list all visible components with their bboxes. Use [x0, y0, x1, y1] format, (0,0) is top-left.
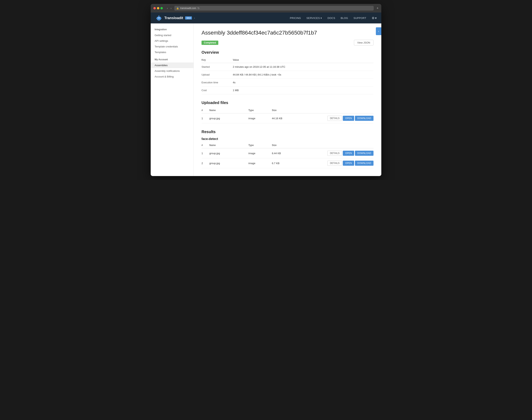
nav-blog[interactable]: BLOG — [341, 16, 348, 19]
nav-pricing[interactable]: PRICING — [290, 16, 301, 19]
overview-value-execution: 4s — [233, 79, 373, 87]
sidebar-item-template-credentials[interactable]: Template credentials — [151, 44, 193, 49]
logo-text: Transloadit — [164, 16, 183, 20]
sidebar-item-account-billing[interactable]: Account & Billing — [151, 74, 193, 79]
overview-key-cost: Cost — [202, 87, 233, 94]
results-col-actions — [295, 143, 373, 148]
result-size-1: 8.44 KB — [272, 148, 295, 158]
result-name-2: group.jpg — [209, 158, 248, 168]
result-row-2: 2 group.jpg image 6.7 KB DETAILS OPEN DO… — [202, 158, 373, 168]
overview-col-value: Value — [233, 57, 373, 63]
results-table: # Name Type Size 1 group.jpg im — [202, 143, 373, 168]
result-type-2: image — [248, 158, 272, 168]
results-col-num: # — [202, 143, 209, 148]
settings-menu[interactable]: ⚙ ▾ — [372, 16, 377, 20]
result-details-button-2[interactable]: DETAILS — [327, 161, 342, 166]
view-json-button[interactable]: View JSON — [354, 40, 373, 45]
browser-toolbar: ‹ › 🔒 transloadit.com ↻ + — [151, 4, 381, 13]
svg-rect-6 — [161, 18, 161, 19]
refresh-button[interactable]: ↻ — [197, 7, 200, 10]
files-col-type: Type — [248, 108, 272, 113]
overview-value-started: 2 minutes ago on 2019-12-05 at 11:16:38 … — [233, 63, 373, 71]
logo-area: Transloadit 10.0 › — [155, 15, 195, 21]
uploaded-file-open-button-1[interactable]: OPEN — [343, 116, 354, 121]
overview-row-cost: Cost 1 MB — [202, 87, 373, 94]
svg-rect-7 — [158, 20, 159, 21]
overview-row-execution: Execution time 4s — [202, 79, 373, 87]
result-size-2: 6.7 KB — [272, 158, 295, 168]
sidebar-item-getting-started[interactable]: Getting started — [151, 32, 193, 38]
result-download-button-2[interactable]: DOWNLOAD — [355, 161, 373, 166]
svg-rect-8 — [159, 20, 160, 21]
nav-support[interactable]: SUPPORT — [354, 16, 366, 19]
result-actions-2: DETAILS OPEN DOWNLOAD — [295, 158, 373, 168]
result-action-group-1: DETAILS OPEN DOWNLOAD — [295, 151, 373, 156]
files-col-actions — [295, 108, 373, 113]
app: Transloadit 10.0 › PRICING SERVICES ▾ DO… — [151, 13, 381, 176]
uploaded-file-details-button-1[interactable]: DETAILS — [327, 116, 342, 121]
overview-key-upload: Upload — [202, 71, 233, 79]
result-details-button-1[interactable]: DETAILS — [327, 151, 342, 156]
result-download-button-1[interactable]: DOWNLOAD — [355, 151, 373, 156]
uploaded-file-download-button-1[interactable]: DOWNLOAD — [355, 116, 373, 121]
nav-services[interactable]: SERVICES ▾ — [306, 16, 322, 19]
minimize-button[interactable] — [157, 7, 159, 9]
uploaded-file-actions-1: DETAILS OPEN DOWNLOAD — [295, 113, 373, 123]
browser-window: ‹ › 🔒 transloadit.com ↻ + — [151, 4, 381, 176]
address-bar[interactable]: 🔒 transloadit.com ↻ — [174, 6, 374, 11]
overview-row-started: Started 2 minutes ago on 2019-12-05 at 1… — [202, 63, 373, 71]
result-actions-1: DETAILS OPEN DOWNLOAD — [295, 148, 373, 158]
result-row-1: 1 group.jpg image 8.44 KB DETAILS OPEN D… — [202, 148, 373, 158]
overview-col-key: Key — [202, 57, 233, 63]
uploaded-files-title: Uploaded files — [202, 101, 373, 105]
svg-rect-2 — [159, 17, 160, 18]
results-col-type: Type — [248, 143, 272, 148]
sidebar-integration-section: Integration Getting started API settings… — [151, 28, 193, 55]
results-col-name: Name — [209, 143, 248, 148]
status-row: Completed View JSON — [202, 40, 373, 45]
uploaded-file-type-1: image — [248, 113, 272, 123]
overview-section-title: Overview — [202, 50, 373, 55]
files-col-num: # — [202, 108, 209, 113]
overview-key-execution: Execution time — [202, 79, 233, 87]
uploaded-file-row-1: 1 group.jpg image 44.16 KB DETAILS OPEN … — [202, 113, 373, 123]
sidebar-item-assembly-notifications[interactable]: Assembly notifications — [151, 68, 193, 74]
status-badge: Completed — [202, 41, 218, 45]
sidebar-item-api-settings[interactable]: API settings — [151, 38, 193, 44]
sidebar: Integration Getting started API settings… — [151, 23, 194, 176]
svg-rect-1 — [158, 17, 159, 18]
svg-point-4 — [159, 15, 159, 16]
svg-rect-5 — [156, 18, 157, 19]
uploaded-file-name-1: group.jpg — [209, 113, 248, 123]
uploaded-files-table: # Name Type Size 1 group.jpg im — [202, 108, 373, 123]
lock-icon: 🔒 — [176, 7, 179, 10]
sidebar-item-templates[interactable]: Templates — [151, 49, 193, 55]
overview-row-upload: Upload 44.84 KB / 44.84 KB | 64.1 KiB/s … — [202, 71, 373, 79]
sidebar-item-assemblies[interactable]: Assemblies — [151, 62, 193, 68]
uploaded-file-num-1: 1 — [202, 113, 209, 123]
services-dropdown-icon: ▾ — [321, 16, 322, 19]
new-tab-button[interactable]: + — [376, 6, 379, 10]
collapse-sidebar-button[interactable]: ‹ — [376, 27, 381, 35]
page-title: Assembly 3ddeff864cf34ec7a6c27b5650b7f1b… — [202, 30, 373, 36]
result-open-button-2[interactable]: OPEN — [343, 161, 354, 166]
content-area: Integration Getting started API settings… — [151, 23, 381, 176]
nav-arrows: ‹ › — [166, 6, 172, 10]
back-button[interactable]: ‹ — [166, 6, 169, 10]
overview-value-cost: 1 MB — [233, 87, 373, 94]
traffic-lights — [153, 7, 163, 9]
result-action-group-2: DETAILS OPEN DOWNLOAD — [295, 161, 373, 166]
result-name-1: group.jpg — [209, 148, 248, 158]
version-badge: 10.0 — [185, 16, 192, 19]
close-button[interactable] — [153, 7, 156, 9]
sidebar-integration-title: Integration — [151, 28, 193, 32]
svg-rect-0 — [157, 17, 161, 20]
maximize-button[interactable] — [161, 7, 163, 9]
files-col-size: Size — [272, 108, 295, 113]
logo-icon — [155, 15, 162, 21]
main-content: Assembly 3ddeff864cf34ec7a6c27b5650b7f1b… — [194, 23, 381, 176]
forward-button[interactable]: › — [170, 6, 173, 10]
nav-docs[interactable]: DOCS — [328, 16, 335, 19]
url-text: transloadit.com — [180, 7, 196, 10]
result-open-button-1[interactable]: OPEN — [343, 151, 354, 156]
